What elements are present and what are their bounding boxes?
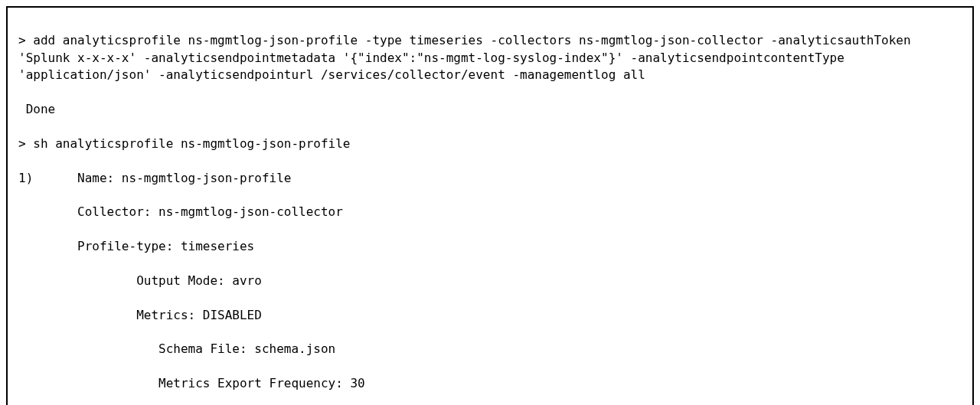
terminal-window[interactable]: > add analyticsprofile ns-mgmtlog-json-p… (6, 6, 974, 405)
field-name: Name: ns-mgmtlog-json-profile (77, 171, 291, 185)
field-collector: Collector: ns-mgmtlog-json-collector (18, 204, 962, 220)
prompt-marker: > (18, 136, 33, 151)
result-index: 1) (18, 171, 33, 185)
field-profile-type: Profile-type: timeseries (18, 238, 962, 255)
field-metrics: Metrics: DISABLED (18, 307, 962, 324)
command-add: add analyticsprofile ns-mgmtlog-json-pro… (18, 33, 918, 82)
field-schema-file: Schema File: schema.json (18, 341, 962, 358)
field-output-mode: Output Mode: avro (18, 273, 962, 289)
prompt-marker: > (18, 33, 33, 47)
field-metrics-freq: Metrics Export Frequency: 30 (18, 375, 962, 392)
response-done: Done (18, 101, 962, 118)
command-show: sh analyticsprofile ns-mgmtlog-json-prof… (33, 136, 350, 151)
